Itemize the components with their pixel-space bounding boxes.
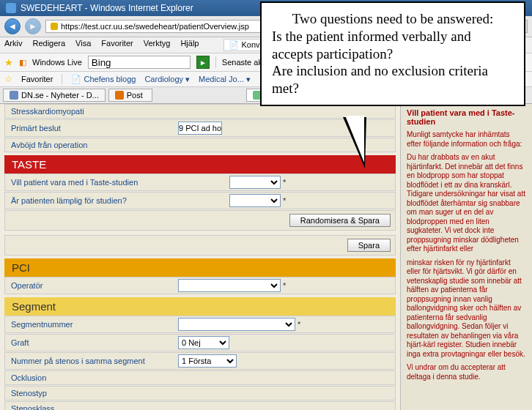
graft-select[interactable]: 0 Nej xyxy=(178,336,229,349)
window-title: SWEDEHEART - Windows Internet Explorer xyxy=(21,3,193,13)
wlive-icon: ◧ xyxy=(19,58,26,67)
tab-post[interactable]: Post xyxy=(108,89,152,102)
row-graft: Graft 0 Nej xyxy=(4,334,396,351)
primart-field[interactable] xyxy=(178,122,222,135)
row-stress: Stresskardiomyopati xyxy=(4,104,396,119)
spara-button[interactable]: Spara xyxy=(347,239,391,252)
row-segnr: Segmentnummer * xyxy=(4,316,396,333)
label-stress: Stresskardiomyopati xyxy=(5,105,174,118)
url-text: https://test.ucr.uu.se/swedeheart/patien… xyxy=(61,22,249,31)
search-input[interactable] xyxy=(88,56,191,69)
randomisera-button[interactable]: Randomisera & Spara xyxy=(289,214,391,227)
rss-icon xyxy=(115,91,124,100)
row-stenosklass: Stenosklass xyxy=(4,401,396,410)
fav-label: Favoriter xyxy=(21,75,53,83)
main-pane: Stresskardiomyopati Primärt beslut Avböj… xyxy=(0,104,400,410)
lock-icon xyxy=(51,23,58,30)
segnr-select[interactable] xyxy=(178,318,295,331)
forward-button[interactable]: ► xyxy=(25,18,41,34)
segment-header: Segment xyxy=(4,297,396,316)
wlive-label[interactable]: Windows Live xyxy=(32,58,82,67)
menu-favoriter[interactable]: Favoriter xyxy=(101,39,133,51)
pci-header: PCI xyxy=(4,258,396,277)
label-stenostyp: Stenostyp xyxy=(5,387,174,400)
fav-cardiology[interactable]: Cardiology ▾ xyxy=(144,75,190,84)
taste-btn-row: Randomisera & Spara xyxy=(4,210,396,231)
side-p3: minskar risken för ny hjärtinfarkt eller… xyxy=(407,258,526,359)
label-segnr: Segmentnummer xyxy=(5,318,174,331)
row-nummer: Nummer på stenos i samma segment 1 Först… xyxy=(4,352,396,370)
side-title: Vill patient vara med i Taste-studien xyxy=(407,108,526,126)
side-pane: Vill patient vara med i Taste-studien Mu… xyxy=(400,104,532,410)
row-taste-q1: Vill patient vara med i Taste-studien * xyxy=(4,174,396,191)
label-taste-q1: Vill patient vara med i Taste-studien xyxy=(5,176,225,189)
label-ocklusion: Ocklusion xyxy=(5,371,174,384)
side-p4: Vi undrar om du accepterar att deltaga i… xyxy=(407,363,526,381)
taste-q1-select[interactable] xyxy=(229,176,281,189)
callout-line1: Two questions need to be answered: xyxy=(272,10,514,28)
spara-row: Spara xyxy=(4,235,396,256)
label-nummer: Nummer på stenos i samma segment xyxy=(5,354,174,368)
menu-visa[interactable]: Visa xyxy=(75,39,91,51)
label-graft: Graft xyxy=(5,336,174,349)
tab-dn[interactable]: DN.se - Nyheter - D... xyxy=(3,89,106,102)
menu-redigera[interactable]: Redigera xyxy=(32,39,65,51)
search-go-button[interactable]: ► xyxy=(196,56,210,69)
label-stenosklass: Stenosklass xyxy=(5,402,174,410)
side-p2: Du har drabbats av en akut hjärtinfarkt.… xyxy=(407,153,526,254)
label-operator: Operatör xyxy=(5,279,174,292)
taste-q2-select[interactable] xyxy=(229,194,281,207)
fav-chefens[interactable]: 📄 Chefens blogg xyxy=(71,75,136,84)
operator-select[interactable] xyxy=(178,279,281,292)
taste-header: TASTE xyxy=(4,155,396,174)
annotation-callout: Two questions need to be answered: Is th… xyxy=(260,1,525,106)
menu-verktyg[interactable]: Verktyg xyxy=(144,39,171,51)
callout-line3: Are inclusion and no exclusion criteria … xyxy=(272,62,514,97)
row-ocklusion: Ocklusion xyxy=(4,370,396,385)
row-avbojd: Avböjd från operation xyxy=(4,138,396,152)
label-avbojd: Avböjd från operation xyxy=(5,138,174,152)
star-icon[interactable]: ★ xyxy=(4,57,13,68)
fav-medjo[interactable]: Medical Jo... ▾ xyxy=(199,75,251,84)
back-button[interactable]: ◄ xyxy=(4,18,21,34)
menu-arkiv[interactable]: Arkiv xyxy=(4,39,22,51)
row-primart: Primärt beslut xyxy=(4,119,396,137)
row-taste-q2: Är patienten lämplig för studien? * xyxy=(4,192,396,209)
row-stenostyp: Stenostyp xyxy=(4,386,396,400)
menu-hjalp[interactable]: Hjälp xyxy=(180,39,199,51)
tab-icon xyxy=(10,91,18,100)
callout-line2: Is the patient informed verbally and acc… xyxy=(272,28,514,63)
fav-star-icon[interactable]: ☆ xyxy=(4,74,12,84)
ie-icon xyxy=(6,3,16,13)
label-taste-q2: Är patienten lämplig för studien? xyxy=(5,194,225,207)
nummer-select[interactable]: 1 Första xyxy=(178,354,237,368)
label-primart: Primärt beslut xyxy=(5,122,174,135)
row-operator: Operatör * xyxy=(4,277,396,294)
side-p1: Munligt samtycke har inhämtats efter föl… xyxy=(407,130,526,149)
